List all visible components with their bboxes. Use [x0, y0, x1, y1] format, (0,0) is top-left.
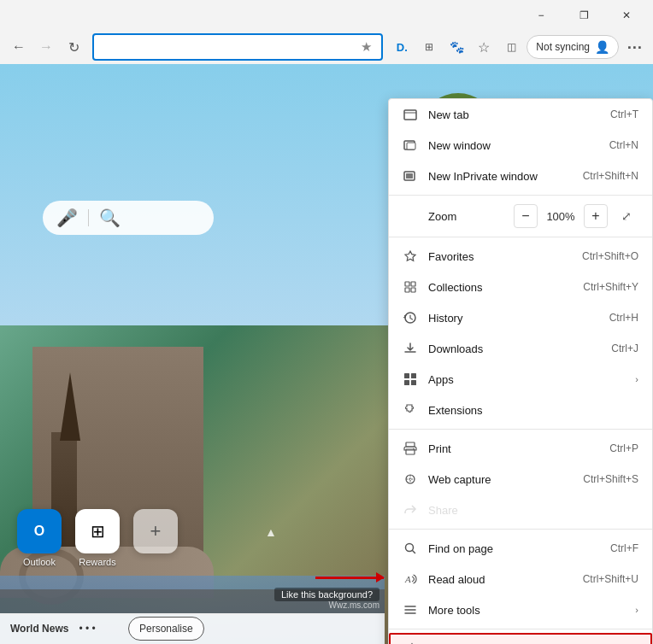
history-shortcut: Ctrl+H — [609, 312, 638, 324]
menu-item-extensions[interactable]: Extensions — [389, 395, 652, 425]
shortcuts-bar: O Outlook ⊞ Rewards + — [17, 509, 178, 567]
separator-1 — [389, 195, 652, 196]
separator-2 — [389, 237, 652, 237]
menu-item-collections[interactable]: Collections Ctrl+Shift+Y — [389, 272, 652, 302]
settings-arrow — [315, 577, 384, 579]
toolbar: ← → ↻ ★ D. ⊞ 🐾 ☆ ◫ Not syncing 👤 ⋯ — [0, 30, 653, 64]
news-dots-icon: • • • — [79, 623, 95, 635]
separator-5 — [389, 629, 652, 629]
close-button[interactable]: ✕ — [607, 3, 646, 28]
new-tab-icon — [403, 107, 418, 122]
more-button[interactable]: ⋯ — [622, 35, 646, 59]
separator-3 — [389, 429, 652, 430]
menu-item-web-capture[interactable]: Web capture Ctrl+Shift+S — [389, 464, 652, 495]
address-bar[interactable]: ★ — [92, 33, 383, 61]
apps-arrow-icon: › — [635, 374, 638, 384]
collections-icon[interactable]: ◫ — [499, 35, 523, 59]
mic-icon[interactable]: 🎤 — [56, 208, 78, 228]
share-label: Share — [428, 504, 638, 517]
history-menu-icon — [403, 310, 418, 325]
web-capture-label: Web capture — [428, 473, 573, 486]
find-on-page-icon — [403, 541, 418, 556]
print-menu-label: Print — [428, 442, 599, 455]
zoom-value: 100% — [544, 210, 577, 223]
world-news-label: World News — [10, 623, 68, 635]
zoom-decrease-button[interactable]: − — [514, 204, 538, 228]
refresh-button[interactable]: ↻ — [62, 35, 85, 59]
svg-rect-14 — [406, 442, 415, 447]
favorites-star-icon[interactable]: ★ — [357, 35, 374, 59]
svg-rect-11 — [411, 373, 416, 378]
add-shortcut[interactable]: + — [133, 509, 178, 567]
restore-button[interactable]: ❐ — [564, 3, 603, 28]
svg-rect-0 — [404, 110, 416, 120]
menu-item-new-window[interactable]: New window Ctrl+N — [389, 130, 652, 161]
menu-item-downloads[interactable]: Downloads Ctrl+J — [389, 333, 652, 364]
menu-item-find-on-page[interactable]: Find on page Ctrl+F — [389, 533, 652, 564]
print-menu-icon — [403, 441, 418, 456]
new-window-icon — [403, 138, 418, 153]
menu-item-read-aloud[interactable]: A Read aloud Ctrl+Shift+U — [389, 564, 652, 594]
web-capture-icon — [403, 471, 418, 487]
find-on-page-shortcut: Ctrl+F — [610, 542, 638, 554]
svg-rect-7 — [405, 288, 409, 292]
menu-item-apps[interactable]: Apps › — [389, 364, 652, 395]
favorites-menu-label: Favorites — [428, 250, 572, 263]
menu-item-inprivate[interactable]: New InPrivate window Ctrl+Shift+N — [389, 161, 652, 191]
svg-rect-8 — [411, 288, 415, 292]
new-tab-shortcut: Ctrl+T — [610, 108, 638, 120]
collections-menu-icon — [403, 279, 418, 295]
search-icon[interactable]: 🔍 — [99, 208, 121, 228]
svg-rect-13 — [411, 380, 416, 385]
outlook-label: Outlook — [23, 557, 56, 567]
zoom-label: Zoom — [403, 210, 507, 223]
downloads-shortcut: Ctrl+J — [611, 342, 638, 354]
back-button[interactable]: ← — [7, 35, 31, 59]
outlook-shortcut[interactable]: O Outlook — [17, 509, 62, 567]
menu-item-favorites[interactable]: Favorites Ctrl+Shift+O — [389, 241, 652, 272]
find-on-page-label: Find on page — [428, 542, 600, 555]
menu-item-history[interactable]: History Ctrl+H — [389, 302, 652, 333]
not-syncing-button[interactable]: Not syncing 👤 — [527, 35, 619, 59]
bing-icon[interactable]: D. — [390, 35, 414, 59]
zoom-expand-button[interactable]: ⤢ — [615, 204, 638, 228]
svg-rect-10 — [404, 373, 409, 378]
personalise-button[interactable]: Personalise — [128, 617, 204, 641]
menu-item-more-tools[interactable]: More tools › — [389, 594, 652, 625]
print-shortcut: Ctrl+P — [609, 442, 638, 454]
svg-rect-6 — [411, 282, 415, 286]
forward-button[interactable]: → — [34, 35, 58, 59]
reward-icon[interactable]: 🐾 — [444, 35, 468, 59]
favorites-menu-icon — [403, 249, 418, 264]
collections-shortcut: Ctrl+Shift+Y — [583, 281, 638, 293]
like-background-label[interactable]: Like this background? — [274, 588, 379, 601]
dropdown-menu: New tab Ctrl+T New window Ctrl+N New InP… — [388, 98, 653, 644]
tab-icon[interactable]: ⊞ — [417, 35, 441, 59]
not-syncing-label: Not syncing — [536, 41, 590, 53]
svg-rect-5 — [405, 282, 409, 286]
rewards-icon: ⊞ — [75, 509, 120, 553]
new-window-label: New window — [428, 139, 599, 152]
collections-menu-label: Collections — [428, 281, 573, 294]
inprivate-shortcut: Ctrl+Shift+N — [583, 170, 638, 182]
zoom-increase-button[interactable]: + — [584, 204, 608, 228]
svg-point-16 — [413, 448, 415, 450]
extensions-menu-icon — [403, 402, 418, 418]
apps-menu-icon — [403, 372, 418, 387]
main-content: 🎤 🔍 ▲ O Outlook ⊞ Rewards + Like this ba… — [0, 64, 653, 644]
downloads-menu-label: Downloads — [428, 342, 601, 355]
menu-item-settings[interactable]: Settings — [389, 633, 652, 644]
menu-item-new-tab[interactable]: New tab Ctrl+T — [389, 99, 652, 130]
scroll-up-icon[interactable]: ▲ — [265, 525, 277, 539]
menu-item-print[interactable]: Print Ctrl+P — [389, 433, 652, 464]
favorites-icon[interactable]: ☆ — [472, 35, 496, 59]
address-input[interactable] — [101, 41, 357, 54]
minimize-button[interactable]: − — [521, 3, 561, 28]
downloads-menu-icon — [403, 341, 418, 356]
search-bar[interactable]: 🎤 🔍 — [43, 201, 214, 235]
add-icon: + — [133, 509, 178, 553]
rewards-shortcut[interactable]: ⊞ Rewards — [75, 509, 120, 567]
outlook-icon: O — [17, 509, 62, 553]
read-aloud-shortcut: Ctrl+Shift+U — [583, 573, 638, 585]
inprivate-icon — [403, 168, 418, 184]
